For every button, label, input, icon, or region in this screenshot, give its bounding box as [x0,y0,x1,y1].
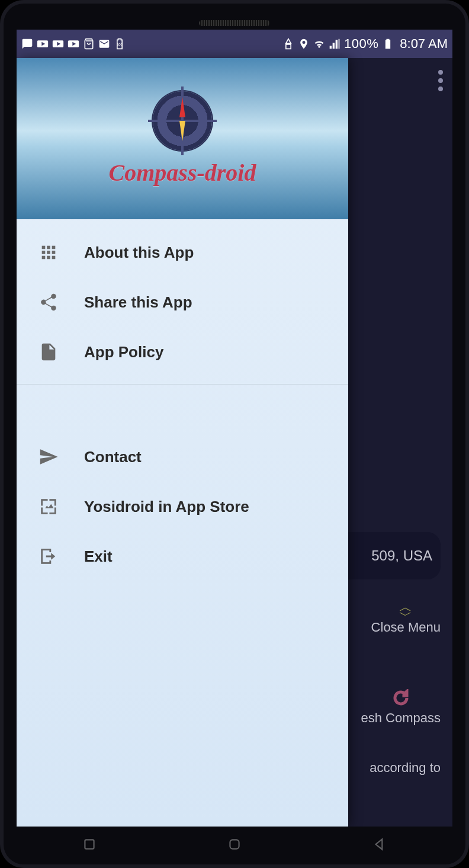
app-title: Compass-droid [109,159,256,187]
location-icon [298,38,310,50]
nav-drawer: Compass-droid About this App Share this … [17,58,348,827]
drawer-item-label: Exit [84,547,113,566]
status-bar: 100 100% 8:07 AM [17,30,452,58]
status-right: 100% 8:07 AM [282,36,448,52]
wifi-icon [313,38,325,50]
close-menu-button[interactable]: ︿ ﹀ Close Menu [371,603,441,635]
youtube-icon [37,38,49,50]
drawer-list: About this App Share this App App Policy [17,219,348,827]
chat-icon [21,38,33,50]
battery-hundred-icon: 100 [114,38,126,50]
share-icon [37,290,60,314]
svg-rect-1 [85,840,94,848]
youtube-icon [52,38,64,50]
screen: 100 100% 8:07 AM 509, USA ︿ ﹀ [17,30,452,827]
mail-icon [98,38,110,50]
battery-full-icon [382,38,394,50]
drawer-item-appstore[interactable]: Yosidroid in App Store [17,482,348,531]
drawer-item-label: Contact [84,448,142,466]
clock: 8:07 AM [400,36,448,52]
chevron-down-icon: ﹀ [371,611,441,620]
wallpaper-icon [37,495,60,518]
status-left-icons: 100 [21,38,126,50]
drawer-item-policy[interactable]: App Policy [17,327,348,377]
refresh-icon [392,689,410,707]
svg-rect-2 [230,840,239,848]
drawer-header: Compass-droid [17,58,348,219]
mute-icon [282,38,294,50]
address-text: 509, USA [371,547,432,564]
info-text: according to [370,760,441,776]
exit-icon [37,544,60,568]
battery-percent: 100% [344,36,378,52]
drawer-item-label: App Policy [84,343,163,361]
svg-text:100: 100 [117,43,123,46]
drawer-item-label: About this App [84,244,194,262]
drawer-item-label: Yosidroid in App Store [84,498,249,516]
file-icon [37,340,60,364]
drawer-divider [17,384,348,385]
nav-softkeys [17,831,452,857]
home-button[interactable] [227,837,242,852]
drawer-item-exit[interactable]: Exit [17,531,348,581]
drawer-item-contact[interactable]: Contact [17,432,348,482]
drawer-item-about[interactable]: About this App [17,228,348,277]
close-menu-label: Close Menu [371,620,441,635]
app-logo [153,91,212,150]
drawer-item-label: Share this App [84,293,192,312]
apps-icon [37,241,60,264]
address-chip[interactable]: 509, USA [334,532,441,579]
drawer-item-share[interactable]: Share this App [17,277,348,327]
refresh-compass-button[interactable]: esh Compass [361,689,441,726]
signal-icon [329,38,340,50]
recent-apps-button[interactable] [82,837,97,852]
back-button[interactable] [372,837,387,852]
youtube-icon [68,38,79,50]
overflow-menu-button[interactable] [438,70,443,91]
send-icon [37,445,60,469]
refresh-label: esh Compass [361,710,441,726]
speaker-grille [199,20,270,26]
device-frame: 100 100% 8:07 AM 509, USA ︿ ﹀ [0,0,469,868]
shopping-bag-icon [83,38,95,50]
